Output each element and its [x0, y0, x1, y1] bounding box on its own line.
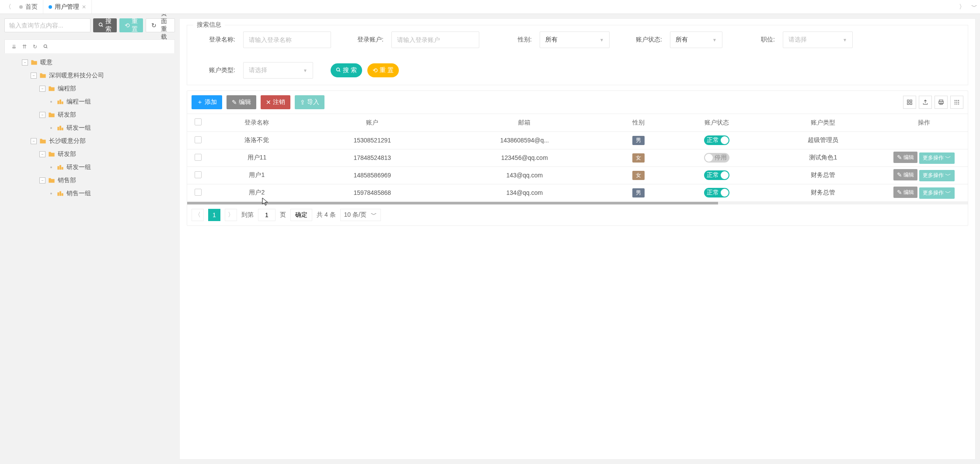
- goto-ok-button[interactable]: 确定: [290, 209, 312, 221]
- tree-label: 深圳暖意科技分公司: [49, 72, 104, 80]
- tree-search-button[interactable]: 搜索: [93, 18, 117, 32]
- reset-button[interactable]: ⟲ 重 置: [367, 63, 399, 77]
- sidebar: 搜索 ⟲ 重置 ↻ 页面重载 ⇊ ⇈ ↻ －暖意－深圳暖意科技分公司－编程部•编…: [4, 18, 175, 460]
- cell-email: 1438608594@q...: [440, 132, 610, 149]
- svg-rect-20: [907, 103, 909, 104]
- folder-icon: [48, 112, 55, 118]
- tree-node[interactable]: •销售一组: [4, 187, 175, 200]
- import-button[interactable]: ⇪导入: [295, 95, 324, 109]
- tree-node[interactable]: －研发部: [4, 148, 175, 161]
- position-select[interactable]: 请选择 ▼: [783, 31, 853, 48]
- switch-label: 正常: [707, 136, 719, 144]
- select-all-checkbox[interactable]: [195, 118, 202, 125]
- tree-node[interactable]: －编程部: [4, 82, 175, 95]
- expand-all-icon[interactable]: ⇊: [9, 42, 19, 52]
- tree-node[interactable]: －长沙暖意分部: [4, 135, 175, 148]
- grid-icon[interactable]: [950, 96, 963, 109]
- tab-user-mgmt[interactable]: 用户管理 ✕: [43, 0, 92, 14]
- svg-point-26: [956, 100, 957, 101]
- tree-node[interactable]: •研发一组: [4, 161, 175, 174]
- tree-toggle-icon[interactable]: －: [39, 86, 45, 92]
- status-switch[interactable]: 正常: [704, 188, 729, 197]
- cell-email: 143@qq.com: [440, 166, 610, 184]
- page-size-select[interactable]: 10 条/页 ﹀: [340, 209, 381, 221]
- tree-toggle-icon[interactable]: －: [31, 138, 37, 144]
- columns-icon[interactable]: [903, 96, 916, 109]
- row-checkbox[interactable]: [195, 154, 202, 161]
- btn-label: 编辑: [239, 98, 251, 106]
- tree-refresh-icon[interactable]: ↻: [30, 42, 40, 52]
- svg-point-2: [44, 45, 46, 47]
- tab-next-icon[interactable]: 〉: [956, 0, 968, 14]
- scrollbar-thumb[interactable]: [187, 202, 718, 204]
- gender-badge: 男: [632, 188, 645, 197]
- tree-node[interactable]: •编程一组: [4, 95, 175, 108]
- tree-search-icon[interactable]: [41, 42, 50, 52]
- tab-prev-icon[interactable]: 〈: [3, 0, 14, 14]
- btn-label: 搜索: [105, 17, 112, 33]
- collapse-all-icon[interactable]: ⇈: [20, 42, 29, 52]
- row-edit-button[interactable]: ✎编辑: [893, 169, 917, 180]
- tree-toggle-icon[interactable]: －: [22, 59, 28, 66]
- logout-button[interactable]: ✕注销: [261, 95, 290, 109]
- tree-node[interactable]: －销售部: [4, 174, 175, 187]
- btn-label: 导入: [307, 98, 319, 106]
- row-more-button[interactable]: 更多操作 ﹀: [919, 187, 955, 199]
- edit-icon: ✎: [897, 189, 902, 196]
- cell-acct: 17848524813: [305, 149, 440, 166]
- tree-toggle-icon[interactable]: －: [39, 177, 45, 184]
- row-more-button[interactable]: 更多操作 ﹀: [919, 152, 955, 164]
- login-acct-input[interactable]: [391, 31, 479, 48]
- tab-dropdown-icon[interactable]: ﹀: [969, 0, 980, 14]
- page-reload-button[interactable]: ↻ 页面重载: [146, 18, 175, 32]
- page-next-button[interactable]: 〉: [225, 209, 237, 221]
- tree-label: 研发一组: [66, 163, 91, 171]
- svg-line-17: [339, 71, 341, 72]
- row-edit-button[interactable]: ✎编辑: [893, 187, 917, 198]
- row-more-button[interactable]: 更多操作 ﹀: [919, 170, 955, 181]
- refresh-icon: ⟲: [125, 22, 130, 29]
- folder-icon: [31, 59, 38, 66]
- edit-button[interactable]: ✎编辑: [227, 95, 256, 109]
- tree-label: 暖意: [40, 59, 52, 66]
- status-switch[interactable]: 正常: [704, 170, 729, 180]
- tree-label: 研发部: [58, 150, 76, 158]
- status-select[interactable]: 所有 ▼: [670, 31, 722, 48]
- export-icon[interactable]: [919, 96, 932, 109]
- page-number-button[interactable]: 1: [208, 209, 220, 221]
- edit-icon: ✎: [897, 171, 902, 178]
- table-horizontal-scrollbar[interactable]: [187, 202, 968, 204]
- tree-node[interactable]: －深圳暖意科技分公司: [4, 69, 175, 82]
- svg-rect-10: [57, 166, 59, 170]
- tree-search-input[interactable]: [4, 18, 91, 32]
- gender-select[interactable]: 所有 ▼: [540, 31, 610, 48]
- tree-node[interactable]: •研发一组: [4, 121, 175, 135]
- status-switch[interactable]: 停用: [704, 153, 729, 163]
- goto-page-input[interactable]: [258, 209, 276, 221]
- row-checkbox[interactable]: [195, 136, 202, 143]
- page-prev-button[interactable]: 〈: [192, 209, 204, 221]
- tree-toggle-icon[interactable]: －: [31, 73, 37, 79]
- tree-node[interactable]: －暖意: [4, 56, 175, 69]
- svg-point-25: [955, 100, 956, 101]
- tree-toggle-icon[interactable]: －: [39, 151, 45, 157]
- status-switch[interactable]: 正常: [704, 135, 729, 145]
- search-button[interactable]: 搜 索: [331, 63, 362, 77]
- print-icon[interactable]: [935, 96, 948, 109]
- tab-home[interactable]: 首页: [14, 0, 43, 14]
- tree-toggle-icon[interactable]: －: [39, 112, 45, 118]
- group-icon: [57, 164, 64, 170]
- select-value: 10 条/页: [344, 211, 366, 219]
- tree-node[interactable]: －研发部: [4, 108, 175, 121]
- login-name-input[interactable]: [243, 31, 331, 48]
- column-header: 登录名称: [209, 114, 305, 132]
- add-button[interactable]: ＋添加: [192, 95, 222, 109]
- chevron-down-icon: ▼: [600, 38, 604, 42]
- row-checkbox[interactable]: [195, 189, 202, 196]
- select-placeholder: 请选择: [788, 36, 807, 44]
- row-checkbox[interactable]: [195, 171, 202, 178]
- tree-reset-button[interactable]: ⟲ 重置: [119, 18, 143, 32]
- close-icon[interactable]: ✕: [82, 4, 86, 10]
- row-edit-button[interactable]: ✎编辑: [893, 152, 917, 163]
- type-select[interactable]: 请选择 ▼: [243, 62, 313, 79]
